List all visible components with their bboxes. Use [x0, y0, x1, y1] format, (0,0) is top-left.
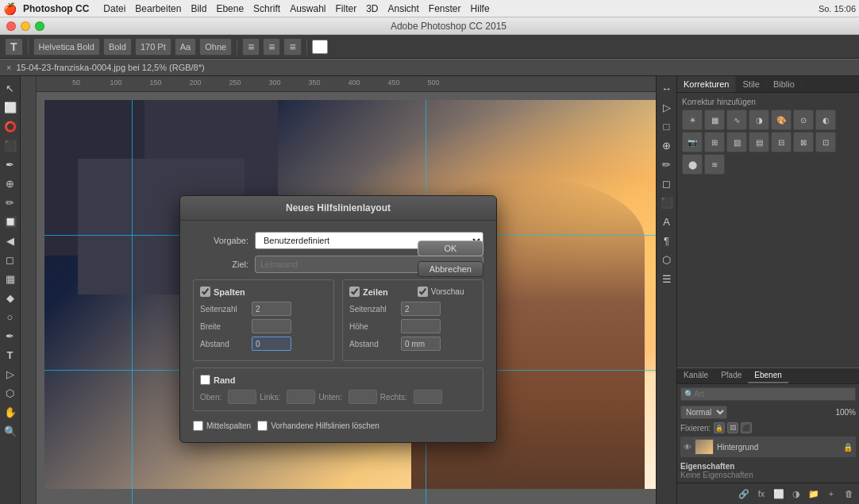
vorschau-checkbox[interactable] — [418, 287, 428, 297]
layer-visibility-eye[interactable]: 👁 — [684, 443, 691, 452]
tool-hand[interactable]: ✋ — [2, 403, 19, 421]
anti-alias-selector[interactable]: Ohne — [199, 38, 232, 56]
close-button[interactable] — [6, 21, 16, 31]
tool-gradient[interactable]: ▦ — [2, 270, 19, 287]
tool-select[interactable]: ⬜ — [2, 98, 19, 116]
menu-bild[interactable]: Bild — [191, 3, 206, 14]
tool-lasso[interactable]: ⭕ — [2, 117, 19, 135]
adj-mixer[interactable]: ⊞ — [704, 132, 725, 152]
rechts-input[interactable] — [414, 390, 442, 404]
spalten-abstand-input[interactable] — [252, 337, 291, 351]
align-left-btn[interactable]: ≡ — [242, 38, 260, 56]
menu-datei[interactable]: Datei — [103, 3, 125, 14]
lock-img-btn[interactable]: 🖼 — [727, 422, 738, 433]
tab-korrekturen[interactable]: Korrekturen — [677, 76, 736, 92]
tab-ebenen[interactable]: Ebenen — [748, 368, 788, 383]
right-tool-3[interactable]: □ — [658, 117, 676, 135]
layer-search[interactable]: 🔍 — [680, 387, 856, 401]
right-tool-8[interactable]: A — [658, 213, 676, 230]
font-style-selector[interactable]: Bold — [103, 38, 132, 56]
menu-auswahl[interactable]: Auswahl — [290, 3, 325, 14]
tool-shape[interactable]: ⬡ — [2, 384, 19, 402]
adj-color[interactable]: ⊙ — [793, 110, 814, 130]
search-input[interactable] — [694, 390, 852, 398]
tab-kanaele[interactable]: Kanäle — [677, 368, 715, 383]
minimize-button[interactable] — [21, 21, 30, 31]
add-layer-btn[interactable]: + — [824, 487, 838, 501]
add-adj-btn[interactable]: ◑ — [789, 487, 803, 501]
tool-heal[interactable]: ⊕ — [2, 175, 19, 192]
align-right-btn[interactable]: ≡ — [283, 38, 301, 56]
link-layers-btn[interactable]: 🔗 — [737, 487, 751, 501]
right-tool-9[interactable]: ¶ — [658, 232, 676, 249]
zeilen-hoehe-input[interactable] — [401, 319, 441, 333]
new-guide-layout-dialog[interactable]: Neues Hilfslinienlayout Vorgabe: Benutze… — [179, 195, 497, 443]
oben-input[interactable] — [228, 390, 256, 404]
adj-curves[interactable]: ∿ — [726, 110, 747, 130]
spalten-breite-input[interactable] — [252, 319, 291, 333]
color-swatch[interactable] — [312, 40, 328, 54]
tool-brush[interactable]: ✏ — [2, 194, 19, 211]
font-size-field[interactable]: 170 Pt — [135, 38, 171, 56]
adj-poster[interactable]: ⊠ — [793, 132, 814, 152]
tool-eyedropper[interactable]: ✒ — [2, 156, 19, 173]
adj-levels[interactable]: ▦ — [704, 110, 725, 130]
zeilen-abstand-input[interactable] — [401, 337, 441, 351]
adj-invert[interactable]: ⊡ — [815, 132, 836, 152]
right-tool-4[interactable]: ⊕ — [658, 137, 676, 154]
right-tool-5[interactable]: ✏ — [658, 156, 676, 173]
adj-thresh[interactable]: ⊟ — [771, 132, 792, 152]
menu-3d[interactable]: 3D — [366, 3, 378, 14]
adj-sel-color[interactable]: ⬤ — [682, 154, 703, 175]
zeilen-checkbox[interactable] — [349, 287, 360, 297]
right-tool-1[interactable]: ↔ — [658, 79, 676, 97]
fx-btn[interactable]: fx — [754, 487, 768, 501]
tool-type-icon[interactable]: T — [5, 38, 23, 56]
tool-crop[interactable]: ⬛ — [2, 137, 19, 154]
app-name[interactable]: Photoshop CC — [23, 3, 89, 14]
rand-checkbox[interactable] — [200, 375, 210, 385]
right-tool-6[interactable]: ◻ — [658, 175, 676, 192]
tool-move[interactable]: ↖ — [2, 79, 19, 97]
adj-lut[interactable]: ▨ — [726, 132, 747, 152]
tab-close-btn[interactable]: × — [6, 63, 11, 72]
font-family-selector[interactable]: Helvetica Bold — [33, 38, 100, 56]
menu-ebene[interactable]: Ebene — [216, 3, 244, 14]
tool-eraser[interactable]: ◻ — [2, 251, 19, 268]
spalten-seitenzahl-input[interactable] — [252, 302, 291, 316]
tool-pen[interactable]: ✒ — [2, 327, 19, 344]
menu-schrift[interactable]: Schrift — [253, 3, 280, 14]
lock-pos-btn[interactable]: 🔒 — [714, 422, 725, 433]
menu-filter[interactable]: Filter — [335, 3, 356, 14]
vorhandene-checkbox[interactable] — [257, 421, 268, 431]
right-tool-2[interactable]: ▷ — [658, 98, 676, 116]
lock-all-btn[interactable]: ⬛ — [741, 422, 752, 433]
adj-vib[interactable]: ≋ — [704, 154, 725, 175]
tool-blur[interactable]: ◆ — [2, 289, 19, 306]
links-input[interactable] — [287, 390, 315, 404]
abbrechen-button[interactable]: Abbrechen — [418, 261, 483, 277]
adj-exposure[interactable]: ◑ — [749, 110, 769, 130]
menu-ansicht[interactable]: Ansicht — [388, 3, 419, 14]
maximize-button[interactable] — [35, 21, 44, 31]
adj-brightness[interactable]: ☀ — [682, 110, 703, 130]
menu-fenster[interactable]: Fenster — [429, 3, 461, 14]
tool-dodge[interactable]: ○ — [2, 308, 19, 325]
menu-hilfe[interactable]: Hilfe — [471, 3, 490, 14]
adj-photo[interactable]: 📷 — [682, 132, 703, 152]
add-mask-btn[interactable]: ⬜ — [772, 487, 786, 501]
unten-input[interactable] — [349, 390, 377, 404]
tab-biblio[interactable]: Biblio — [767, 76, 802, 92]
blend-mode-select[interactable]: Normal — [680, 406, 727, 419]
zeilen-seitenzahl-input[interactable] — [401, 302, 441, 316]
ok-button[interactable]: OK — [418, 240, 483, 256]
tool-type[interactable]: T — [2, 346, 19, 364]
right-tool-11[interactable]: ☰ — [658, 270, 676, 287]
apple-menu[interactable]: 🍎 — [3, 2, 17, 15]
tool-path[interactable]: ▷ — [2, 365, 19, 383]
add-group-btn[interactable]: 📁 — [807, 487, 821, 501]
tool-zoom[interactable]: 🔍 — [2, 422, 19, 440]
align-center-btn[interactable]: ≡ — [263, 38, 280, 56]
adj-gradient[interactable]: ▤ — [749, 132, 769, 152]
layer-hintergrund[interactable]: 👁 Hintergrund 🔒 — [680, 437, 856, 457]
